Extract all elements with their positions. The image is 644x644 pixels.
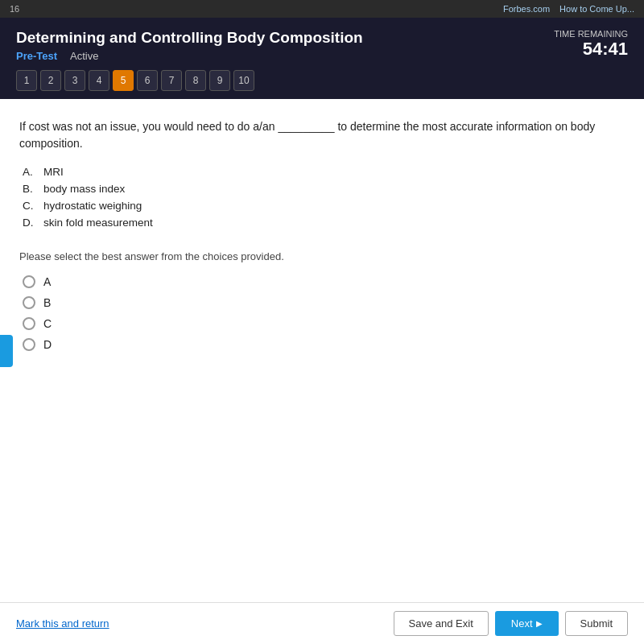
time-value: 54:41 bbox=[554, 39, 628, 60]
answer-letter: C. bbox=[23, 200, 37, 212]
radio-circle bbox=[23, 275, 35, 288]
browser-chrome-top: 16 Forbes.com How to Come Up... bbox=[0, 0, 644, 18]
time-label: TIME REMAINING bbox=[554, 29, 628, 39]
time-remaining-block: TIME REMAINING 54:41 bbox=[554, 29, 628, 60]
question-nav-btn-5[interactable]: 5 bbox=[113, 70, 134, 91]
radio-option-a[interactable]: A bbox=[23, 275, 625, 288]
radio-option-c[interactable]: C bbox=[23, 317, 625, 330]
save-exit-button[interactable]: Save and Exit bbox=[394, 611, 489, 636]
tab-number: 16 bbox=[10, 4, 19, 14]
question-nav-btn-3[interactable]: 3 bbox=[64, 70, 85, 91]
radio-label: B bbox=[43, 296, 51, 309]
answer-list: A.MRIB.body mass indexC.hydrostatic weig… bbox=[23, 163, 625, 231]
radio-circle bbox=[23, 317, 35, 330]
question-text: If cost was not an issue, you would need… bbox=[19, 118, 625, 152]
question-nav-btn-8[interactable]: 8 bbox=[185, 70, 206, 91]
question-nav-btn-7[interactable]: 7 bbox=[161, 70, 182, 91]
browser-right-links: Forbes.com How to Come Up... bbox=[503, 4, 634, 14]
radio-label: D bbox=[43, 338, 52, 351]
course-meta: Pre-Test Active bbox=[16, 50, 363, 62]
question-nav-btn-1[interactable]: 1 bbox=[16, 70, 37, 91]
question-nav-btn-2[interactable]: 2 bbox=[40, 70, 61, 91]
main-page: Determining and Controlling Body Composi… bbox=[0, 18, 644, 644]
question-nav-btn-6[interactable]: 6 bbox=[137, 70, 158, 91]
course-header: Determining and Controlling Body Composi… bbox=[0, 18, 644, 99]
question-nav-btn-9[interactable]: 9 bbox=[209, 70, 230, 91]
next-button[interactable]: Next bbox=[495, 611, 559, 636]
how-to-link[interactable]: How to Come Up... bbox=[559, 4, 634, 14]
radio-circle bbox=[23, 338, 35, 351]
answer-item: D.skin fold measurement bbox=[23, 214, 625, 231]
question-nav-btn-10[interactable]: 10 bbox=[233, 70, 254, 91]
answer-item: B.body mass index bbox=[23, 180, 625, 197]
pre-test-label: Pre-Test bbox=[16, 50, 57, 62]
mark-return-link[interactable]: Mark this and return bbox=[16, 617, 109, 630]
header-left: Determining and Controlling Body Composi… bbox=[16, 29, 363, 70]
answer-item: A.MRI bbox=[23, 163, 625, 180]
question-body: If cost was not an issue, you would need… bbox=[19, 120, 595, 150]
answer-text: skin fold measurement bbox=[43, 217, 153, 229]
bottom-bar: Mark this and return Save and Exit Next … bbox=[0, 602, 644, 644]
question-nav-row: 12345678910 bbox=[16, 70, 628, 91]
content-area: If cost was not an issue, you would need… bbox=[0, 99, 644, 602]
answer-text: MRI bbox=[43, 166, 64, 178]
radio-options: A B C D bbox=[23, 275, 625, 351]
answer-letter: A. bbox=[23, 166, 37, 178]
bottom-buttons: Save and Exit Next Submit bbox=[394, 611, 628, 636]
question-nav-btn-4[interactable]: 4 bbox=[89, 70, 109, 91]
course-title: Determining and Controlling Body Composi… bbox=[16, 29, 363, 47]
answer-letter: D. bbox=[23, 217, 37, 229]
radio-circle bbox=[23, 296, 35, 309]
answer-item: C.hydrostatic weighing bbox=[23, 197, 625, 214]
radio-label: A bbox=[43, 275, 51, 288]
side-tab bbox=[0, 335, 13, 367]
answer-text: hydrostatic weighing bbox=[43, 200, 142, 212]
radio-option-b[interactable]: B bbox=[23, 296, 625, 309]
radio-label: C bbox=[43, 317, 52, 330]
submit-button[interactable]: Submit bbox=[565, 611, 628, 636]
answer-text: body mass index bbox=[43, 183, 125, 195]
radio-option-d[interactable]: D bbox=[23, 338, 625, 351]
answer-letter: B. bbox=[23, 183, 37, 195]
forbes-link[interactable]: Forbes.com bbox=[503, 4, 550, 14]
header-row: Determining and Controlling Body Composi… bbox=[16, 29, 628, 70]
instruction-text: Please select the best answer from the c… bbox=[19, 250, 625, 262]
active-label: Active bbox=[70, 50, 98, 62]
